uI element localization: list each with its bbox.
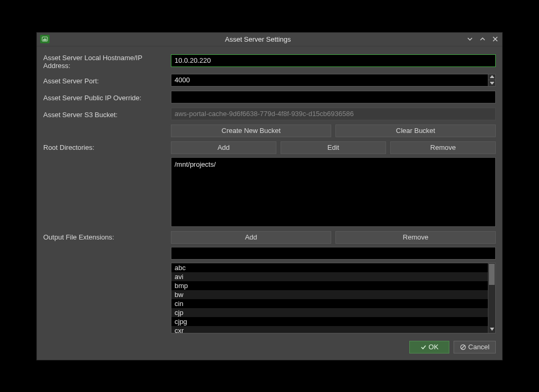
ext-add-button[interactable]: Add [171,231,331,244]
svg-rect-3 [46,39,47,41]
port-spin-down-icon[interactable] [488,80,495,86]
list-item[interactable]: /mnt/projects/ [175,160,492,169]
window-controls [466,35,499,43]
list-item[interactable]: bw [171,290,495,299]
list-item[interactable]: avi [171,272,495,281]
maximize-icon[interactable] [479,35,486,43]
titlebar: Asset Server Settings [37,33,502,46]
asset-server-settings-dialog: Asset Server Settings Asset Server Local… [36,32,503,360]
list-item[interactable]: cjpg [171,317,495,326]
dialog-footer: OK Cancel [43,338,496,353]
ok-label: OK [429,343,439,351]
spacer [43,130,168,132]
scroll-thumb[interactable] [489,264,495,285]
port-spin-up-icon[interactable] [488,74,495,81]
s3-bucket-label: Asset Server S3 Bucket: [43,109,168,119]
output-ext-label: Output File Extensions: [43,231,168,241]
create-bucket-button[interactable]: Create New Bucket [171,125,331,137]
public-ip-label: Asset Server Public IP Override: [43,92,168,102]
root-edit-button[interactable]: Edit [281,141,386,154]
app-icon [40,35,50,43]
root-add-button[interactable]: Add [171,141,276,154]
list-item[interactable]: cxr [171,326,495,333]
hostname-input[interactable] [171,54,496,67]
ext-list[interactable]: abcavibmpbwcincjpcjpgcxr [171,263,496,333]
svg-rect-1 [43,39,44,41]
svg-rect-2 [44,39,45,41]
minimize-icon[interactable] [466,35,474,43]
port-label: Asset Server Port: [43,75,168,85]
list-item[interactable]: abc [171,263,495,272]
public-ip-input[interactable] [171,91,496,103]
ok-button[interactable]: OK [409,341,449,353]
root-dirs-label: Root Directories: [43,141,168,151]
root-dirs-list[interactable]: /mnt/projects/ [171,157,496,227]
list-item[interactable]: cin [171,299,495,308]
list-item[interactable]: bmp [171,281,495,290]
svg-line-5 [461,346,465,349]
ext-scrollbar[interactable] [488,263,495,333]
hostname-label: Asset Server Local Hostname/IP Address: [43,52,168,70]
cancel-button[interactable]: Cancel [454,341,496,353]
s3-bucket-input [171,108,496,120]
list-item[interactable]: cjp [171,308,495,317]
ext-input[interactable] [171,247,496,260]
scroll-down-icon[interactable] [488,326,495,333]
root-remove-button[interactable]: Remove [390,141,496,154]
cancel-label: Cancel [468,343,489,351]
port-input[interactable] [171,74,496,87]
dialog-title: Asset Server Settings [53,35,463,43]
close-icon[interactable] [492,35,499,43]
clear-bucket-button[interactable]: Clear Bucket [335,125,496,137]
dialog-body: Asset Server Local Hostname/IP Address: … [37,46,502,360]
ext-remove-button[interactable]: Remove [335,231,496,244]
port-spinner [488,74,495,86]
